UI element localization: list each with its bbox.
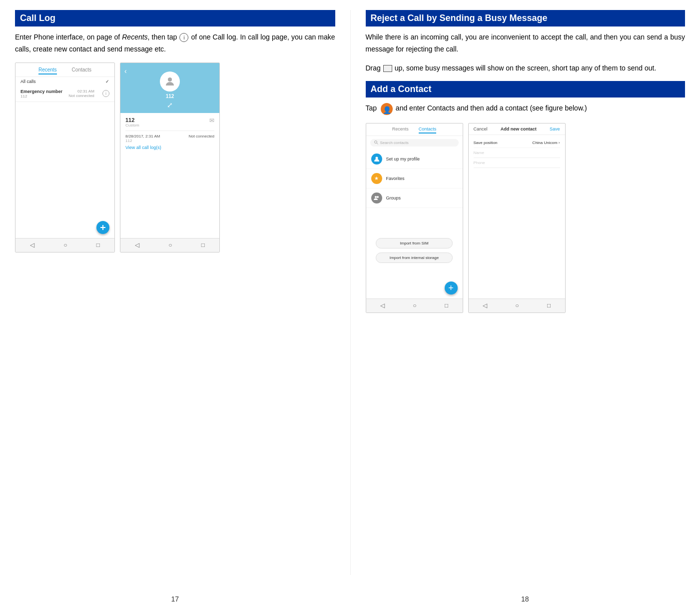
import-sim-btn[interactable]: Import from SIM [376,238,453,248]
left-column: Call Log Enter Phone interface, on page … [15,10,350,575]
menu-favorites-label: Favorites [386,176,405,181]
nav-recent[interactable]: □ [96,242,100,248]
contacts-nav-recent[interactable]: □ [445,302,448,309]
addcontact-panel: Cancel Add new contact Save Save positio… [469,124,565,312]
nav-recent-2[interactable]: □ [201,242,205,248]
tab-contacts-active[interactable]: Contacts [419,126,437,134]
drag-icon [383,65,392,72]
drag-text: Drag [366,64,381,72]
addcontact-topbar: Cancel Add new contact Save [469,124,565,135]
tab-recents[interactable]: Recents [38,67,57,74]
contacts-phone: Recents Contacts Search contacts Set up … [366,123,463,313]
cancel-button[interactable]: Cancel [474,126,488,132]
save-position-value: China Unicom › [532,140,560,145]
save-position-label: Save position [474,140,498,145]
contact-number: 112 [20,94,62,98]
contact-info: Emergency number 112 [20,89,62,98]
phone2-actions: ⤢ [167,101,173,109]
log-date: 8/28/2017, 2:31 AM [125,134,160,138]
contact-meta: 02:31 AM Not connected [68,89,94,98]
add-contact-body: Tap and enter Contacts and then add a co… [366,102,686,114]
favorites-icon: ★ [371,173,382,184]
nav-back[interactable]: ◁ [30,242,34,248]
addcontact-phone: Cancel Add new contact Save Save positio… [468,123,566,313]
view-log-link[interactable]: View all call log(s) [125,145,214,150]
groups-icon [371,192,382,204]
addcontact-bottom-bar: ◁ ○ □ [469,298,565,312]
save-position-row[interactable]: Save position China Unicom › [474,138,560,148]
screenshots-row-left: Recents Contacts All calls ✓ Emergency n… [15,62,335,252]
svg-point-2 [168,78,172,82]
contact-time: 02:31 AM [68,89,94,94]
phone2-bottom-bar: ◁ ○ □ [120,238,219,252]
log-number: 112 [125,138,160,143]
contacts-nav-home[interactable]: ○ [413,302,416,309]
contacts-nav-back[interactable]: ◁ [380,302,385,309]
svg-point-5 [375,156,378,159]
contact-row: Emergency number 112 02:31 AM Not connec… [15,86,114,102]
filter-row: All calls ✓ [15,77,114,86]
info-circle-icon[interactable]: i [102,90,109,97]
save-button[interactable]: Save [550,126,560,132]
right-column: Reject a Call by Sending a Busy Message … [350,10,686,575]
name-field[interactable]: Name [474,148,560,158]
import-storage-btn[interactable]: Import from internal storage [376,252,453,263]
addcontact-nav-back[interactable]: ◁ [483,302,487,309]
reject-call-body-2: Drag up, some busy messages will show on… [366,62,686,74]
contacts-fab[interactable]: + [445,282,458,294]
filter-icon: ✓ [105,79,109,84]
addcontact-title-label: Add new contact [501,126,537,132]
addcontact-nav-home[interactable]: ○ [515,302,519,309]
big-screenshots: Recents Contacts Search contacts Set up … [366,123,686,313]
svg-point-3 [374,141,377,144]
svg-point-6 [375,196,377,198]
add-contact-title: Add a Contact [366,81,686,98]
recents-italic: Recents [122,33,147,41]
menu-profile[interactable]: Set up my profile [366,150,463,169]
tab-contacts[interactable]: Contacts [72,67,91,74]
msg-icon[interactable]: ✉ [209,117,214,124]
phone-screenshot-recents: Recents Contacts All calls ✓ Emergency n… [15,62,115,252]
call-log-title: Call Log [15,10,335,26]
search-placeholder: Search contacts [380,140,409,145]
drag-text-2: up, some busy messages will show on the … [395,64,657,72]
phone2-header: ‹ 112 ⤢ [120,63,219,113]
contacts-panel: Recents Contacts Search contacts Set up … [366,124,463,312]
addcontact-nav-recent[interactable]: □ [547,302,551,309]
nav-home-2[interactable]: ○ [168,242,172,248]
phone-field[interactable]: Phone [474,158,560,168]
divider-1 [125,130,214,131]
fab-icon: + [448,284,454,292]
reject-call-title: Reject a Call by Sending a Busy Message [366,10,686,26]
contacts-search-bar[interactable]: Search contacts [370,139,459,146]
tab-recents-contacts[interactable]: Recents [392,126,409,134]
contact-status: Not connected [68,94,94,98]
phone-topbar: Recents Contacts [15,63,114,77]
back-icon[interactable]: ‹ [124,67,127,75]
tap-text: Tap [366,104,377,112]
contact-name: Emergency number [20,89,62,94]
svg-point-7 [377,196,379,198]
menu-groups-label: Groups [386,196,401,200]
share-icon[interactable]: ⤢ [167,101,173,109]
body-text-2: , then tap [148,33,177,41]
menu-groups[interactable]: Groups [366,188,463,208]
phone2-name: 112 [166,94,174,99]
contacts-bottom-bar: ◁ ○ □ [366,298,463,312]
menu-profile-label: Set up my profile [386,156,420,162]
body-text-1: Enter Phone interface, on page of [15,33,122,41]
menu-favorites[interactable]: ★ Favorites [366,169,463,188]
info-icon: i [179,33,188,42]
page-number-left: 17 [171,595,179,603]
addcontact-body: Save position China Unicom › Name Phone [469,135,565,171]
fab-button[interactable] [96,221,109,234]
filter-label: All calls [20,79,36,84]
nav-back-2[interactable]: ◁ [135,242,139,248]
phone-screenshot-detail: ‹ 112 ⤢ 112 Custom ✉ [120,62,220,252]
number-display: 112 [125,117,139,123]
nav-home[interactable]: ○ [63,242,67,248]
import-storage-label: Import from internal storage [390,256,439,260]
svg-line-4 [377,143,378,144]
phone-bottom-bar: ◁ ○ □ [15,238,114,252]
page-footer: 17 18 [0,585,700,608]
